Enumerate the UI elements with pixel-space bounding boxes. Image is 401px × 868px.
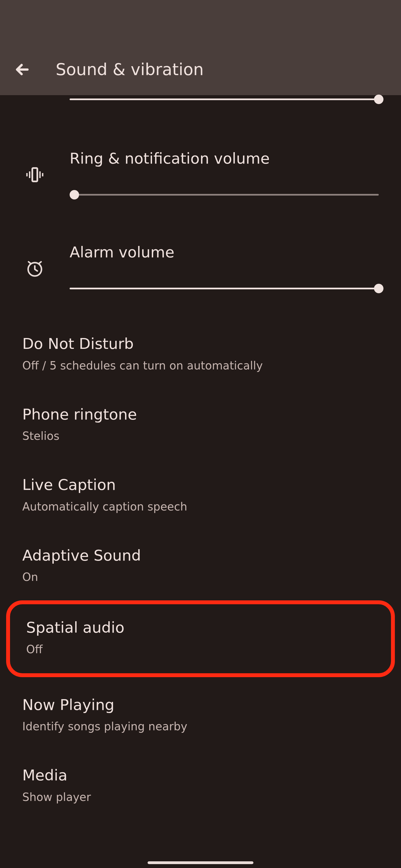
media-volume-slider[interactable] [0, 95, 401, 119]
item-subtitle: Stelios [22, 429, 379, 443]
item-subtitle: Automatically caption speech [22, 499, 379, 514]
back-button[interactable] [14, 61, 31, 78]
slider-label: Ring & notification volume [69, 150, 379, 167]
live-caption-item[interactable]: Live Caption Automatically caption speec… [0, 459, 401, 530]
page-title: Sound & vibration [56, 60, 204, 79]
vibrate-icon [22, 165, 47, 185]
item-subtitle: On [22, 570, 379, 584]
item-title: Now Playing [22, 695, 379, 714]
arrow-left-icon [15, 62, 30, 78]
do-not-disturb-item[interactable]: Do Not Disturb Off / 5 schedules can tur… [0, 318, 401, 389]
ring-volume-slider[interactable] [69, 190, 379, 199]
slider-track [69, 194, 379, 195]
adaptive-sound-item[interactable]: Adaptive Sound On [0, 530, 401, 601]
svg-rect-0 [32, 168, 37, 181]
item-subtitle: Off [26, 642, 375, 657]
alarm-icon [22, 258, 47, 278]
item-subtitle: Off / 5 schedules can turn on automatica… [22, 358, 379, 373]
svg-rect-2 [26, 173, 28, 176]
svg-rect-3 [39, 172, 41, 178]
slider-thumb[interactable] [374, 284, 383, 293]
gesture-nav-bar[interactable] [148, 861, 253, 864]
item-title: Do Not Disturb [22, 334, 379, 353]
slider-label: Alarm volume [69, 243, 379, 261]
item-title: Phone ringtone [22, 405, 379, 424]
svg-rect-4 [42, 173, 44, 176]
alarm-volume-slider[interactable] [69, 284, 379, 293]
spatial-audio-item[interactable]: Spatial audio Off [6, 600, 395, 677]
now-playing-item[interactable]: Now Playing Identify songs playing nearb… [0, 679, 401, 750]
item-title: Spatial audio [26, 618, 375, 637]
phone-ringtone-item[interactable]: Phone ringtone Stelios [0, 389, 401, 460]
slider-thumb[interactable] [374, 95, 383, 104]
item-title: Live Caption [22, 475, 379, 494]
media-item[interactable]: Media Show player [0, 750, 401, 820]
slider-fill [69, 98, 379, 100]
ring-notification-volume-row: Ring & notification volume [0, 138, 401, 211]
alarm-volume-row: Alarm volume [0, 232, 401, 304]
app-header: Sound & vibration [0, 0, 401, 95]
slider-thumb[interactable] [69, 190, 79, 199]
item-title: Media [22, 766, 379, 785]
item-subtitle: Identify songs playing nearby [22, 719, 379, 734]
slider-fill [69, 288, 379, 289]
item-title: Adaptive Sound [22, 546, 379, 565]
item-subtitle: Show player [22, 790, 379, 804]
settings-list: Ring & notification volume Alarm volume … [0, 95, 401, 820]
svg-rect-1 [29, 172, 30, 178]
